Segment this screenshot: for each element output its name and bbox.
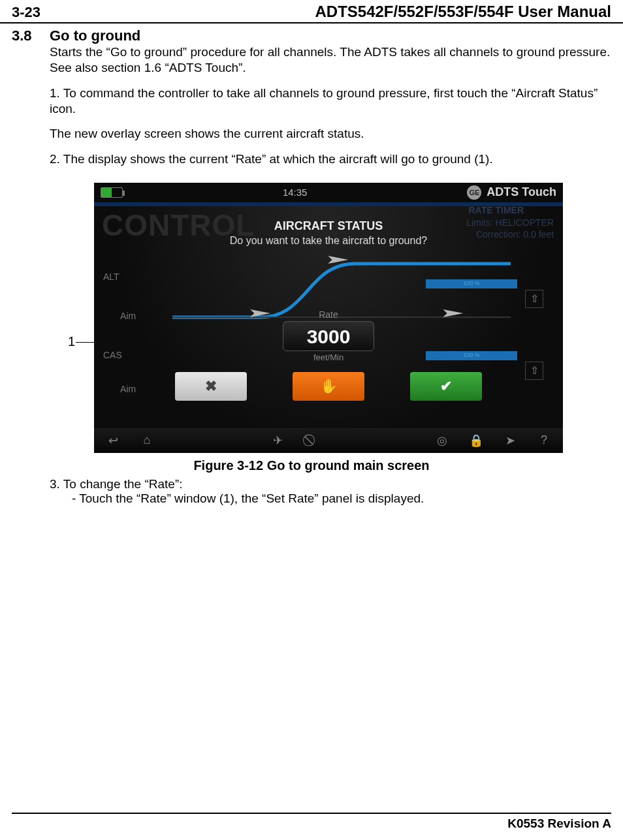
alt-progress-bar: 100 % — [426, 279, 517, 288]
battery-icon — [101, 187, 123, 198]
callout-number: 1 — [68, 334, 75, 349]
target-icon[interactable]: ◎ — [431, 433, 453, 448]
page-header: 3-23 ADTS542F/552F/553F/554F User Manual — [0, 0, 623, 23]
page-number: 3-23 — [12, 4, 40, 21]
rate-label: Rate — [94, 309, 563, 320]
nosmoke-icon[interactable]: ⃠ — [300, 433, 323, 448]
back-icon[interactable]: ↩ — [102, 433, 124, 448]
alt-label: ALT — [103, 272, 120, 282]
adts-touch-screenshot: 14:35 GE ADTS Touch CONTROL RATE TIMER L… — [94, 183, 563, 453]
status-bar: 14:35 GE ADTS Touch — [94, 183, 563, 202]
paragraph-step2: 2. The display shows the current “Rate” … — [50, 151, 611, 167]
overlay-subtitle: Do you want to take the aircraft to grou… — [94, 235, 563, 247]
paragraph-step1: 1. To command the controller to take all… — [50, 86, 611, 117]
rate-timer-label: RATE TIMER — [468, 205, 524, 215]
bottom-toolbar: ↩ ⌂ ✈ ⃠ ◎ 🔒 ➤ ? — [94, 428, 563, 453]
check-icon: ✔ — [440, 378, 452, 395]
ge-logo-icon: GE — [467, 185, 481, 200]
alt-up-arrow-icon[interactable]: ⇧ — [525, 290, 543, 308]
paragraph-note: The new overlay screen shows the current… — [50, 126, 611, 142]
revision-label: K0553 Revision A — [507, 817, 611, 830]
hold-icon: ✋ — [320, 378, 338, 395]
rate-unit-label: feet/Min — [313, 352, 343, 362]
page-content: 3.8 Go to ground Starts the “Go to groun… — [0, 23, 623, 506]
svg-marker-0 — [328, 256, 348, 264]
aircraft-status-icon[interactable]: ➤ — [499, 433, 521, 448]
page-footer: K0553 Revision A — [12, 813, 611, 831]
cas-progress-text: 100 % — [426, 352, 517, 358]
dialog-button-row: ✖ ✋ ✔ — [94, 372, 563, 401]
brand-label: ADTS Touch — [487, 185, 556, 199]
alt-progress-text: 100 % — [426, 280, 517, 287]
section-title: Go to ground — [50, 27, 140, 44]
confirm-button[interactable]: ✔ — [410, 372, 482, 401]
section-number: 3.8 — [12, 27, 50, 44]
lock-icon[interactable]: 🔒 — [465, 433, 487, 448]
cas-label: CAS — [103, 350, 122, 360]
cas-progress-bar: 100 % — [426, 351, 517, 360]
screenshot-body: CONTROL RATE TIMER Limits: HELICOPTER Co… — [94, 206, 563, 428]
rate-value-box[interactable]: 3000 — [283, 321, 374, 351]
cancel-icon: ✖ — [205, 378, 217, 395]
figure-wrapper: 1 14:35 GE ADTS Touch CONTROL RATE TIMER… — [12, 183, 611, 473]
figure-caption: Figure 3-12 Go to ground main screen — [12, 458, 611, 473]
brand-area: GE ADTS Touch — [467, 185, 556, 200]
paragraph-intro: Starts the “Go to ground” procedure for … — [50, 44, 611, 76]
hold-button[interactable]: ✋ — [293, 372, 364, 401]
paragraph-step3: 3. To change the “Rate”: — [50, 477, 611, 491]
plane-icon[interactable]: ✈ — [266, 433, 289, 448]
document-title: ADTS542F/552F/553F/554F User Manual — [315, 3, 611, 21]
cancel-button[interactable]: ✖ — [175, 372, 247, 401]
section-heading: 3.8 Go to ground — [12, 27, 611, 44]
help-icon[interactable]: ? — [533, 433, 555, 448]
clock: 14:35 — [283, 187, 308, 198]
paragraph-step3-sub: - Touch the “Rate” window (1), the “Set … — [72, 491, 611, 506]
home-icon[interactable]: ⌂ — [136, 433, 158, 448]
overlay-title: AIRCRAFT STATUS — [94, 219, 563, 233]
